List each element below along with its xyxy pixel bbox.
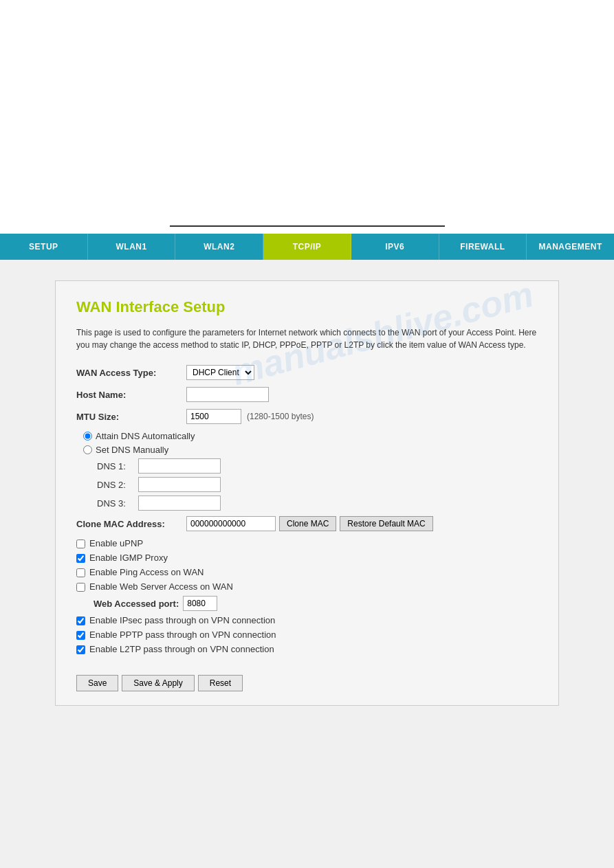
enable-pptp-row: Enable PPTP pass through on VPN connecti… xyxy=(76,630,538,640)
enable-igmp-checkbox[interactable] xyxy=(76,554,85,563)
reset-button[interactable]: Reset xyxy=(198,675,243,691)
form-container: manualshlive.com WAN Interface Setup Thi… xyxy=(55,280,559,706)
clone-mac-row: Clone MAC Address: Clone MAC Restore Def… xyxy=(76,516,538,531)
dns3-input[interactable] xyxy=(138,496,221,511)
enable-upnp-checkbox[interactable] xyxy=(76,539,85,548)
page-title: WAN Interface Setup xyxy=(76,298,538,316)
dns2-row: DNS 2: xyxy=(97,477,538,492)
top-header xyxy=(0,0,614,234)
enable-ping-label: Enable Ping Access on WAN xyxy=(89,567,204,577)
main-content: manualshlive.com WAN Interface Setup Thi… xyxy=(0,260,614,726)
enable-ping-checkbox[interactable] xyxy=(76,568,85,577)
dns-section: DNS 1: DNS 2: DNS 3: xyxy=(97,458,538,511)
nav-tcpip[interactable]: TCP/IP xyxy=(263,234,351,260)
enable-l2tp-row: Enable L2TP pass through on VPN connecti… xyxy=(76,644,538,654)
enable-webserver-checkbox[interactable] xyxy=(76,583,85,592)
dns3-row: DNS 3: xyxy=(97,496,538,511)
enable-pptp-label: Enable PPTP pass through on VPN connecti… xyxy=(89,630,276,640)
enable-upnp-row: Enable uPNP xyxy=(76,538,538,548)
nav-firewall[interactable]: FIREWALL xyxy=(439,234,527,260)
set-dns-radio[interactable] xyxy=(83,445,92,454)
clone-mac-label: Clone MAC Address: xyxy=(76,519,186,529)
enable-igmp-row: Enable IGMP Proxy xyxy=(76,553,538,563)
mtu-size-label: MTU Size: xyxy=(76,412,186,422)
dns3-label: DNS 3: xyxy=(97,498,138,509)
header-line xyxy=(170,225,445,227)
web-port-row: Web Accessed port: xyxy=(94,596,538,611)
attain-dns-row: Attain DNS Automatically xyxy=(83,431,538,441)
attain-dns-label: Attain DNS Automatically xyxy=(96,431,195,441)
clone-mac-input[interactable] xyxy=(186,516,276,531)
attain-dns-radio[interactable] xyxy=(83,432,92,441)
enable-igmp-label: Enable IGMP Proxy xyxy=(89,553,168,563)
set-dns-row: Set DNS Manually xyxy=(83,445,538,455)
nav-setup[interactable]: SETUP xyxy=(0,234,88,260)
save-button[interactable]: Save xyxy=(76,675,118,691)
enable-upnp-label: Enable uPNP xyxy=(89,538,143,548)
nav-wlan2[interactable]: WLAN2 xyxy=(175,234,263,260)
wan-access-type-label: WAN Access Type: xyxy=(76,368,186,378)
mtu-size-input[interactable] xyxy=(186,409,241,424)
dns1-row: DNS 1: xyxy=(97,458,538,474)
restore-default-mac-button[interactable]: Restore Default MAC xyxy=(340,516,432,531)
enable-webserver-row: Enable Web Server Access on WAN xyxy=(76,581,538,592)
wan-access-type-row: WAN Access Type: DHCP Client Static IP P… xyxy=(76,365,538,380)
enable-ipsec-label: Enable IPsec pass through on VPN connect… xyxy=(89,615,275,625)
host-name-input[interactable] xyxy=(186,387,269,402)
wan-access-type-select[interactable]: DHCP Client Static IP PPPoE PPTP L2TP xyxy=(186,365,254,380)
host-name-row: Host Name: xyxy=(76,387,538,402)
mtu-size-row: MTU Size: (1280-1500 bytes) xyxy=(76,409,538,424)
bottom-buttons: Save Save & Apply Reset xyxy=(76,668,538,691)
host-name-label: Host Name: xyxy=(76,390,186,400)
clone-mac-button[interactable]: Clone MAC xyxy=(279,516,336,531)
nav-wlan1[interactable]: WLAN1 xyxy=(88,234,176,260)
nav-ipv6[interactable]: IPV6 xyxy=(351,234,439,260)
enable-pptp-checkbox[interactable] xyxy=(76,631,85,640)
enable-l2tp-label: Enable L2TP pass through on VPN connecti… xyxy=(89,644,274,654)
dns1-label: DNS 1: xyxy=(97,461,138,471)
navigation-bar: SETUP WLAN1 WLAN2 TCP/IP IPV6 FIREWALL M… xyxy=(0,234,614,260)
dns2-input[interactable] xyxy=(138,477,221,492)
page-description: This page is used to configure the param… xyxy=(76,326,538,351)
mtu-hint: (1280-1500 bytes) xyxy=(247,412,314,421)
enable-l2tp-checkbox[interactable] xyxy=(76,645,85,654)
web-port-input[interactable] xyxy=(183,596,217,611)
dns1-input[interactable] xyxy=(138,458,221,474)
enable-webserver-label: Enable Web Server Access on WAN xyxy=(89,581,233,592)
web-port-label: Web Accessed port: xyxy=(94,599,179,609)
dns2-label: DNS 2: xyxy=(97,480,138,490)
enable-ipsec-row: Enable IPsec pass through on VPN connect… xyxy=(76,615,538,625)
enable-ping-row: Enable Ping Access on WAN xyxy=(76,567,538,577)
set-dns-label: Set DNS Manually xyxy=(96,445,168,455)
enable-ipsec-checkbox[interactable] xyxy=(76,616,85,625)
nav-management[interactable]: MANAGEMENT xyxy=(527,234,614,260)
save-apply-button[interactable]: Save & Apply xyxy=(122,675,194,691)
